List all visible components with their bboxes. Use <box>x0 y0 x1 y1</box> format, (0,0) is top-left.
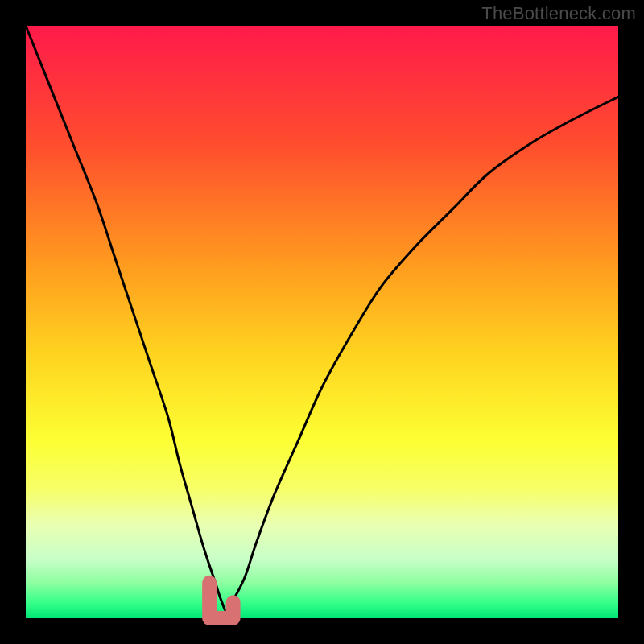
watermark-text: TheBottleneck.com <box>481 3 636 24</box>
plot-background <box>26 26 618 618</box>
bottleneck-chart <box>0 0 644 644</box>
chart-container: TheBottleneck.com <box>0 0 644 644</box>
